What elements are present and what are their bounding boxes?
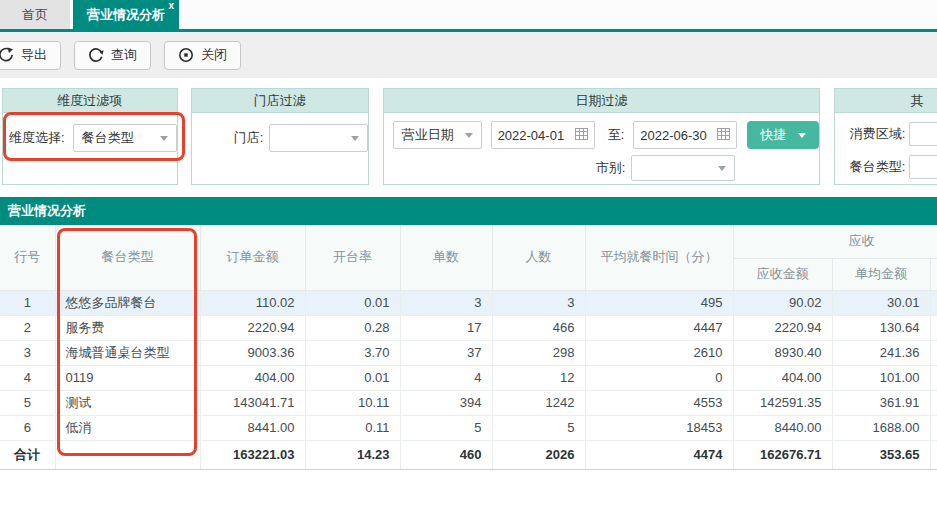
cell: 海城普通桌台类型 [55,340,200,365]
col-header-receivable-amount[interactable]: 应收金额 [733,258,832,290]
business-analysis-page: 首页 营业情况分析 x 导出 查询 [0,0,937,519]
other-filter-panel: 其 消费区域: 餐台类型: [834,88,937,185]
dimension-select[interactable]: 餐台类型 [73,124,177,152]
chevron-down-icon [351,136,359,141]
col-header-row-number[interactable]: 行号 [0,225,55,290]
cell: 3 [400,290,492,315]
cell: 143041.71 [200,390,305,415]
cell: 163221.03 [200,440,305,469]
export-button-label: 导出 [21,46,47,64]
cell: 6 [0,415,55,440]
cell: 495 [585,290,733,315]
cell: 10.11 [305,390,400,415]
tab-close-icon[interactable]: x [168,1,174,11]
table-row[interactable]: 1悠悠多品牌餐台110.020.013349590.0230.01 [0,290,937,315]
calendar-icon [575,127,588,143]
store-panel-title: 门店过滤 [192,89,368,113]
record-circle-icon [178,47,194,63]
cell: 9003.36 [200,340,305,365]
table-row[interactable]: 3海城普通桌台类型9003.363.703729826108930.40241.… [0,340,937,365]
total-row[interactable]: 合计163221.0314.2346020264474162676.71353.… [0,440,937,469]
dimension-select-label: 维度选择: [9,129,65,147]
shift-select[interactable] [631,155,735,181]
cell: 测试 [55,390,200,415]
col-header-clipped [930,258,937,290]
cell: 2610 [585,340,733,365]
cell: 合计 [0,440,55,469]
table-header: 行号 餐台类型 订单金额 开台率 单数 人数 平均就餐时间（分） 应收 应收金额… [0,225,937,290]
store-panel-body: 门店: [192,113,368,184]
export-button[interactable]: 导出 [0,41,61,70]
cell: 460 [400,440,492,469]
start-date-value: 2022-04-01 [498,128,565,143]
quick-date-button[interactable]: 快捷 [747,121,819,149]
chevron-down-icon [798,133,806,138]
consume-region-label: 消费区域: [839,125,905,143]
date-type-select[interactable]: 营业日期 [393,121,482,149]
cell: 12 [492,365,585,390]
cell: 353.65 [832,440,930,469]
tab-home[interactable]: 首页 [0,0,70,29]
table-row[interactable]: 5测试143041.7110.1139412424553142591.35361… [0,390,937,415]
cell-clipped [930,290,937,315]
close-button[interactable]: 关闭 [164,41,241,70]
consume-region-input[interactable] [909,122,937,146]
chevron-down-icon [718,166,726,171]
cell: 18453 [585,415,733,440]
col-group-receivable: 应收 [733,225,937,258]
cell: 0.01 [305,290,400,315]
cell-clipped [930,390,937,415]
table-row[interactable]: 40119404.000.014120404.00101.00 [0,365,937,390]
cell: 130.64 [832,315,930,340]
store-select[interactable] [269,124,367,152]
cell: 404.00 [733,365,832,390]
table-row[interactable]: 2服务费2220.940.281746644472220.94130.64 [0,315,937,340]
grid-title-text: 营业情况分析 [8,202,86,220]
col-header-order-count[interactable]: 单数 [400,225,492,290]
col-header-table-type[interactable]: 餐台类型 [55,225,200,290]
col-header-open-rate[interactable]: 开台率 [305,225,400,290]
cell: 404.00 [200,365,305,390]
cell: 4 [400,365,492,390]
cell: 8441.00 [200,415,305,440]
cell: 低消 [55,415,200,440]
col-header-order-amount[interactable]: 订单金额 [200,225,305,290]
tab-business-analysis-label: 营业情况分析 [87,6,165,24]
grid-title-bar: 营业情况分析 [0,197,937,225]
cell: 0119 [55,365,200,390]
cell-clipped [930,315,937,340]
end-date-value: 2022-06-30 [640,128,707,143]
cell: 37 [400,340,492,365]
cell: 2 [0,315,55,340]
end-date-input[interactable]: 2022-06-30 [633,121,737,149]
cell: 142591.35 [733,390,832,415]
tab-bar: 首页 营业情况分析 x [0,0,937,32]
cell-clipped [930,415,937,440]
cell: 298 [492,340,585,365]
col-header-people-count[interactable]: 人数 [492,225,585,290]
tab-home-label: 首页 [22,6,48,24]
col-header-per-order-amount[interactable]: 单均金额 [832,258,930,290]
quick-date-label: 快捷 [760,126,786,144]
query-button-label: 查询 [111,46,137,64]
cell-clipped [930,340,937,365]
cell: 110.02 [200,290,305,315]
start-date-input[interactable]: 2022-04-01 [491,121,595,149]
cell: 4 [0,365,55,390]
table-row[interactable]: 6低消8441.000.1155184538440.001688.00 [0,415,937,440]
col-header-avg-dining-time[interactable]: 平均就餐时间（分） [585,225,733,290]
cell: 162676.71 [733,440,832,469]
query-button[interactable]: 查询 [74,41,151,70]
filter-panels: 维度过滤项 维度选择: 餐台类型 门店过滤 门店: [0,88,937,185]
dimension-panel-title: 维度过滤项 [3,89,177,113]
tab-business-analysis[interactable]: 营业情况分析 x [73,0,179,29]
cell: 466 [492,315,585,340]
cell: 5 [492,415,585,440]
table-type-input[interactable] [909,155,937,179]
store-select-label: 门店: [234,129,264,147]
chevron-down-icon [160,136,168,141]
cell: 2220.94 [733,315,832,340]
refresh-icon [88,47,104,63]
cell-clipped [930,365,937,390]
toolbar: 导出 查询 关闭 [0,32,937,78]
